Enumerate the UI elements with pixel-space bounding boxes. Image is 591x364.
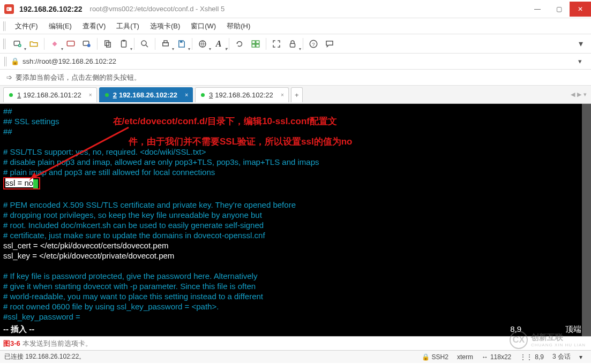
drag-handle[interactable] xyxy=(3,21,6,31)
open-session-button[interactable] xyxy=(26,36,41,51)
menu-tools[interactable]: 工具(T) xyxy=(111,19,145,33)
svg-text:?: ? xyxy=(312,41,315,47)
tab-close-icon[interactable]: × xyxy=(281,92,284,98)
term-line: # disable plain pop3 and imap, allowed a… xyxy=(3,157,588,167)
globe-button[interactable] xyxy=(195,36,210,51)
paste-button[interactable] xyxy=(116,36,131,51)
new-tab-button[interactable]: + xyxy=(291,87,303,102)
hint-text: 要添加当前会话，点击左侧的箭头按钮。 xyxy=(16,73,141,82)
svg-rect-18 xyxy=(256,44,259,47)
watermark: CX 创新互联CHUANG XIN HU LIAN xyxy=(510,331,586,349)
hintbar: ➩ 要添加当前会话，点击左侧的箭头按钮。 xyxy=(0,70,591,86)
statusbar: 已连接 192.168.26.102:22。 🔒SSH2 xterm ↔118x… xyxy=(0,350,591,363)
layout-button[interactable] xyxy=(248,36,263,51)
menu-tabs[interactable]: 选项卡(B) xyxy=(145,19,185,33)
chat-button[interactable] xyxy=(322,36,337,51)
status-termtype: xterm xyxy=(457,353,473,361)
address-text[interactable]: ssh://root@192.168.26.102:22 xyxy=(23,57,116,65)
tabstrip: 1 192.168.26.101:22 × 2 192.168.26.102:2… xyxy=(0,86,591,104)
status-dot-icon xyxy=(105,93,109,97)
help-button[interactable]: ? xyxy=(306,36,321,51)
tab-close-icon[interactable]: × xyxy=(185,92,188,98)
print-button[interactable] xyxy=(158,36,173,51)
svg-rect-13 xyxy=(180,41,183,43)
find-button[interactable] xyxy=(137,36,152,51)
svg-rect-15 xyxy=(252,41,255,43)
toolbar: A ? ▾ xyxy=(0,34,591,54)
status-protocol: 🔒SSH2 xyxy=(422,353,448,361)
copy-button[interactable] xyxy=(100,36,115,51)
new-session-button[interactable] xyxy=(10,36,25,51)
menu-help[interactable]: 帮助(H) xyxy=(221,19,256,33)
status-connection: 已连接 192.168.26.102:22。 xyxy=(4,352,85,361)
term-line: ssl_cert = </etc/pki/dovecot/certs/dovec… xyxy=(3,240,588,251)
drag-handle[interactable] xyxy=(4,57,8,66)
term-line: # dropping root privileges, so keep the … xyxy=(3,210,588,220)
addr-overflow-icon[interactable]: ▾ xyxy=(572,54,587,69)
term-line-ssl: ssl = no xyxy=(3,177,588,189)
session-tab-1[interactable]: 1 192.168.26.101:22 × xyxy=(3,87,97,102)
status-dot-icon xyxy=(201,93,205,97)
status-dot-icon xyxy=(9,93,13,97)
svg-rect-17 xyxy=(252,44,255,47)
scrollbar[interactable] xyxy=(582,104,591,336)
minimize-button[interactable]: — xyxy=(527,2,548,17)
window-controls: — ▢ ✕ xyxy=(527,2,591,17)
svg-rect-16 xyxy=(256,41,259,43)
toolbar-overflow-icon[interactable]: ▾ xyxy=(573,36,588,51)
cursor xyxy=(33,179,38,188)
title-path: root@vms002:/etc/dovecot/conf.d - Xshell… xyxy=(90,5,225,13)
status-pos: ⋮⋮8,9 xyxy=(520,353,544,361)
disconnect-button[interactable] xyxy=(63,36,78,51)
svg-rect-12 xyxy=(164,41,167,43)
refresh-button[interactable] xyxy=(232,36,247,51)
reconnect-button[interactable] xyxy=(79,36,94,51)
lock-icon: 🔒 xyxy=(422,353,430,361)
save-button[interactable] xyxy=(174,36,189,51)
input-placeholder: 本发送到当前选项卡。 xyxy=(23,339,92,348)
hint-arrow-icon[interactable]: ➩ xyxy=(6,73,12,81)
status-size: ↔118x22 xyxy=(482,353,511,361)
term-line: # plain imap and pop3 are still allowed … xyxy=(3,167,588,177)
menubar: 文件(F) 编辑(E) 查看(V) 工具(T) 选项卡(B) 窗口(W) 帮助(… xyxy=(0,18,591,34)
vim-mode-insert: -- 插入 -- xyxy=(3,324,34,334)
term-line: # world-readable, you may want to place … xyxy=(3,291,588,301)
session-tab-3[interactable]: 3 192.168.26.102:22 × xyxy=(195,87,289,102)
term-line: ## xyxy=(3,106,588,116)
close-button[interactable]: ✕ xyxy=(570,2,591,17)
watermark-logo-icon: CX xyxy=(510,331,528,349)
font-button[interactable]: A xyxy=(211,36,226,51)
inputbar[interactable]: 图3-6 本发送到当前选项卡。 xyxy=(0,336,591,350)
tab-nav-arrows[interactable]: ◀▶▾ xyxy=(571,91,587,98)
menu-edit[interactable]: 编辑(E) xyxy=(43,19,77,33)
term-line: # If key file is password protected, giv… xyxy=(3,271,588,281)
terminal[interactable]: ## ## SSL settings在/etc/dovecot/conf.d/目… xyxy=(0,104,591,336)
annotation-text: 件，由于我们并不需要SSL验证，所以设置ssl的值为no xyxy=(129,136,352,147)
resize-icon: ↔ xyxy=(482,353,488,361)
drag-handle[interactable] xyxy=(3,39,6,49)
svg-rect-8 xyxy=(122,41,126,47)
title-host: 192.168.26.102:22 xyxy=(19,5,83,13)
lock-button[interactable] xyxy=(285,36,300,51)
term-line: # give it when starting dovecot with -p … xyxy=(3,281,588,291)
menu-file[interactable]: 文件(F) xyxy=(10,19,43,33)
tab-close-icon[interactable]: × xyxy=(89,92,92,98)
svg-point-5 xyxy=(87,44,91,47)
term-line: ssl_key = </etc/pki/dovecot/private/dove… xyxy=(3,251,588,261)
lock-icon: 🔒 xyxy=(11,57,19,65)
fullscreen-button[interactable] xyxy=(269,36,284,51)
maximize-button[interactable]: ▢ xyxy=(548,2,570,17)
annotation-text: 在/etc/dovecot/conf.d/目录下，编辑10-ssl.conf配置… xyxy=(113,116,337,126)
menu-window[interactable]: 窗口(W) xyxy=(185,19,221,33)
svg-point-10 xyxy=(141,41,146,46)
term-line: 件，由于我们并不需要SSL验证，所以设置ssl的值为no xyxy=(3,136,588,147)
session-tab-2[interactable]: 2 192.168.26.102:22 × xyxy=(99,87,193,102)
figure-label: 图3-6 xyxy=(3,339,20,348)
status-overflow-icon[interactable]: ▾ xyxy=(579,353,582,361)
svg-rect-3 xyxy=(67,41,74,46)
menu-view[interactable]: 查看(V) xyxy=(77,19,111,33)
term-line: # root. Included doc/mkcert.sh can be us… xyxy=(3,220,588,230)
svg-rect-0 xyxy=(6,7,11,11)
connect-button[interactable] xyxy=(47,36,62,51)
svg-rect-9 xyxy=(123,40,125,41)
